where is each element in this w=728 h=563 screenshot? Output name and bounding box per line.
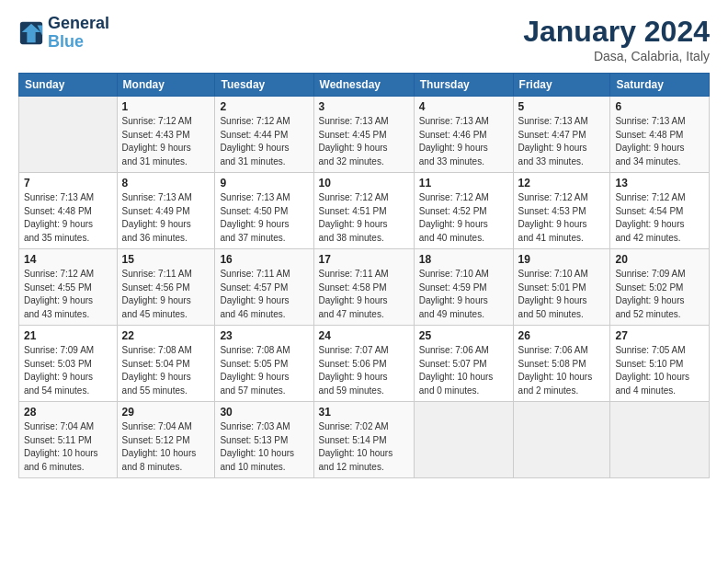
calendar-cell: 3Sunrise: 7:13 AMSunset: 4:45 PMDaylight… xyxy=(313,97,414,173)
day-number: 19 xyxy=(518,253,606,266)
weekday-header-tuesday: Tuesday xyxy=(215,74,313,97)
day-info: Sunrise: 7:13 AMSunset: 4:48 PMDaylight:… xyxy=(24,191,112,245)
calendar-cell: 25Sunrise: 7:06 AMSunset: 5:07 PMDayligh… xyxy=(414,326,513,402)
calendar-cell: 5Sunrise: 7:13 AMSunset: 4:47 PMDaylight… xyxy=(513,97,610,173)
day-info: Sunrise: 7:12 AMSunset: 4:51 PMDaylight:… xyxy=(319,191,409,245)
calendar-week-3: 14Sunrise: 7:12 AMSunset: 4:55 PMDayligh… xyxy=(19,249,710,326)
day-number: 6 xyxy=(615,100,704,113)
calendar-week-5: 28Sunrise: 7:04 AMSunset: 5:11 PMDayligh… xyxy=(19,402,710,478)
header-row: General Blue January 2024 Dasa, Calabria… xyxy=(18,15,710,63)
calendar-cell: 8Sunrise: 7:13 AMSunset: 4:49 PMDaylight… xyxy=(117,173,215,249)
calendar-subtitle: Dasa, Calabria, Italy xyxy=(523,49,710,63)
day-number: 3 xyxy=(319,100,409,113)
calendar-cell: 17Sunrise: 7:11 AMSunset: 4:58 PMDayligh… xyxy=(313,249,414,326)
day-number: 21 xyxy=(24,329,112,342)
calendar-cell: 24Sunrise: 7:07 AMSunset: 5:06 PMDayligh… xyxy=(313,326,414,402)
day-info: Sunrise: 7:07 AMSunset: 5:06 PMDaylight:… xyxy=(319,344,409,397)
weekday-header-thursday: Thursday xyxy=(414,74,513,97)
calendar-cell: 19Sunrise: 7:10 AMSunset: 5:01 PMDayligh… xyxy=(513,249,610,326)
day-number: 15 xyxy=(122,253,210,266)
day-number: 9 xyxy=(220,177,308,190)
day-number: 27 xyxy=(615,329,704,342)
day-info: Sunrise: 7:11 AMSunset: 4:56 PMDaylight:… xyxy=(122,268,210,321)
calendar-cell: 1Sunrise: 7:12 AMSunset: 4:43 PMDaylight… xyxy=(117,97,215,173)
day-number: 30 xyxy=(220,406,308,419)
day-info: Sunrise: 7:06 AMSunset: 5:08 PMDaylight:… xyxy=(518,344,606,397)
day-info: Sunrise: 7:03 AMSunset: 5:13 PMDaylight:… xyxy=(220,420,308,474)
day-number: 26 xyxy=(518,329,606,342)
calendar-cell xyxy=(414,402,513,478)
day-number: 31 xyxy=(319,406,409,419)
weekday-header-saturday: Saturday xyxy=(610,74,710,97)
calendar-cell xyxy=(513,402,610,478)
calendar-cell: 18Sunrise: 7:10 AMSunset: 4:59 PMDayligh… xyxy=(414,249,513,326)
title-block: January 2024 Dasa, Calabria, Italy xyxy=(523,15,710,63)
day-number: 24 xyxy=(319,329,409,342)
day-number: 1 xyxy=(122,100,210,113)
day-number: 20 xyxy=(615,253,704,266)
day-number: 4 xyxy=(419,100,508,113)
calendar-cell: 21Sunrise: 7:09 AMSunset: 5:03 PMDayligh… xyxy=(19,326,118,402)
calendar-cell: 20Sunrise: 7:09 AMSunset: 5:02 PMDayligh… xyxy=(610,249,710,326)
logo: General Blue xyxy=(18,15,109,52)
day-info: Sunrise: 7:13 AMSunset: 4:49 PMDaylight:… xyxy=(122,191,210,245)
calendar-cell: 13Sunrise: 7:12 AMSunset: 4:54 PMDayligh… xyxy=(610,173,710,249)
calendar-cell: 10Sunrise: 7:12 AMSunset: 4:51 PMDayligh… xyxy=(313,173,414,249)
day-info: Sunrise: 7:05 AMSunset: 5:10 PMDaylight:… xyxy=(615,344,704,397)
day-number: 16 xyxy=(220,253,308,266)
logo-icon xyxy=(18,20,44,46)
weekday-header-sunday: Sunday xyxy=(19,74,118,97)
day-info: Sunrise: 7:13 AMSunset: 4:46 PMDaylight:… xyxy=(419,115,508,168)
day-number: 7 xyxy=(24,177,112,190)
day-number: 17 xyxy=(319,253,409,266)
day-number: 22 xyxy=(122,329,210,342)
day-info: Sunrise: 7:11 AMSunset: 4:58 PMDaylight:… xyxy=(319,268,409,321)
calendar-cell: 2Sunrise: 7:12 AMSunset: 4:44 PMDaylight… xyxy=(215,97,313,173)
calendar-cell xyxy=(19,97,118,173)
calendar-week-4: 21Sunrise: 7:09 AMSunset: 5:03 PMDayligh… xyxy=(19,326,710,402)
day-number: 8 xyxy=(122,177,210,190)
logo-line1: General xyxy=(48,15,109,33)
day-info: Sunrise: 7:08 AMSunset: 5:04 PMDaylight:… xyxy=(122,344,210,397)
calendar-cell: 22Sunrise: 7:08 AMSunset: 5:04 PMDayligh… xyxy=(117,326,215,402)
calendar-title: January 2024 xyxy=(523,15,710,49)
day-number: 18 xyxy=(419,253,508,266)
day-info: Sunrise: 7:12 AMSunset: 4:53 PMDaylight:… xyxy=(518,191,606,245)
calendar-week-1: 1Sunrise: 7:12 AMSunset: 4:43 PMDaylight… xyxy=(19,97,710,173)
calendar-header: SundayMondayTuesdayWednesdayThursdayFrid… xyxy=(19,74,710,97)
day-info: Sunrise: 7:13 AMSunset: 4:50 PMDaylight:… xyxy=(220,191,308,245)
day-number: 12 xyxy=(518,177,606,190)
day-info: Sunrise: 7:06 AMSunset: 5:07 PMDaylight:… xyxy=(419,344,508,397)
day-info: Sunrise: 7:04 AMSunset: 5:11 PMDaylight:… xyxy=(24,420,112,474)
day-info: Sunrise: 7:09 AMSunset: 5:03 PMDaylight:… xyxy=(24,344,112,397)
day-number: 10 xyxy=(319,177,409,190)
day-info: Sunrise: 7:08 AMSunset: 5:05 PMDaylight:… xyxy=(220,344,308,397)
day-number: 29 xyxy=(122,406,210,419)
logo-text: General Blue xyxy=(48,15,109,52)
calendar-cell: 6Sunrise: 7:13 AMSunset: 4:48 PMDaylight… xyxy=(610,97,710,173)
calendar-cell: 14Sunrise: 7:12 AMSunset: 4:55 PMDayligh… xyxy=(19,249,118,326)
calendar-cell xyxy=(610,402,710,478)
day-info: Sunrise: 7:12 AMSunset: 4:54 PMDaylight:… xyxy=(615,191,704,245)
day-number: 5 xyxy=(518,100,606,113)
calendar-cell: 9Sunrise: 7:13 AMSunset: 4:50 PMDaylight… xyxy=(215,173,313,249)
weekday-header-monday: Monday xyxy=(117,74,215,97)
day-number: 14 xyxy=(24,253,112,266)
day-info: Sunrise: 7:02 AMSunset: 5:14 PMDaylight:… xyxy=(319,420,409,474)
day-number: 13 xyxy=(615,177,704,190)
day-info: Sunrise: 7:12 AMSunset: 4:44 PMDaylight:… xyxy=(220,115,308,168)
day-number: 2 xyxy=(220,100,308,113)
calendar-cell: 16Sunrise: 7:11 AMSunset: 4:57 PMDayligh… xyxy=(215,249,313,326)
day-info: Sunrise: 7:10 AMSunset: 5:01 PMDaylight:… xyxy=(518,268,606,321)
day-number: 28 xyxy=(24,406,112,419)
day-info: Sunrise: 7:11 AMSunset: 4:57 PMDaylight:… xyxy=(220,268,308,321)
day-number: 25 xyxy=(419,329,508,342)
calendar-cell: 4Sunrise: 7:13 AMSunset: 4:46 PMDaylight… xyxy=(414,97,513,173)
calendar-week-2: 7Sunrise: 7:13 AMSunset: 4:48 PMDaylight… xyxy=(19,173,710,249)
logo-line2: Blue xyxy=(48,33,109,52)
day-info: Sunrise: 7:12 AMSunset: 4:43 PMDaylight:… xyxy=(122,115,210,168)
day-info: Sunrise: 7:13 AMSunset: 4:45 PMDaylight:… xyxy=(319,115,409,168)
day-info: Sunrise: 7:10 AMSunset: 4:59 PMDaylight:… xyxy=(419,268,508,321)
weekday-header-wednesday: Wednesday xyxy=(313,74,414,97)
calendar-cell: 29Sunrise: 7:04 AMSunset: 5:12 PMDayligh… xyxy=(117,402,215,478)
